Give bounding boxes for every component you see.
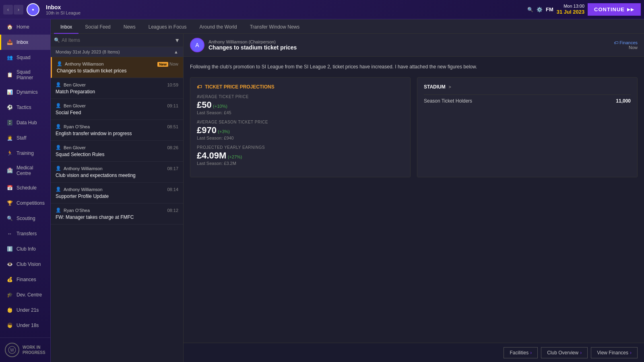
sidebar-item-competitions[interactable]: 🏆 Competitions (0, 195, 50, 211)
under-18s-icon: 👦 (6, 322, 13, 329)
scouting-icon: 🔍 (6, 215, 13, 222)
settings-icon[interactable]: ⚙️ (537, 7, 543, 12)
sender-name-4: Ryan O'Shea (64, 124, 90, 129)
inbox-title-area: Inbox 10th in SI League (43, 4, 524, 15)
sidebar-item-under-18s[interactable]: 👦 Under 18s (0, 318, 50, 333)
sidebar-item-tactics[interactable]: ⚽ Tactics (0, 100, 50, 115)
view-finances-button[interactable]: View Finances › (591, 347, 638, 358)
tab-leagues-in-focus[interactable]: Leagues in Focus (142, 21, 193, 34)
club-overview-button[interactable]: Club Overview › (541, 347, 588, 358)
dev-centre-icon: 🎓 (6, 291, 13, 298)
message-item-8[interactable]: Ryan O'Shea 08:12 FW: Manager takes char… (51, 204, 183, 224)
msg-subject-6: Club vision and expectations meeting (56, 173, 178, 178)
dev-centre-label: Dev. Centre (17, 292, 42, 298)
msg-header-3: Ben Glover 09:11 (56, 103, 178, 108)
message-item-7[interactable]: Anthony Williamson 08:14 Supporter Profi… (51, 183, 183, 204)
sender-name-8: Ryan O'Shea (64, 208, 90, 213)
msg-time-3: 09:11 (167, 103, 178, 108)
sidebar-item-dev-centre[interactable]: 🎓 Dev. Centre (0, 287, 50, 302)
sidebar-item-under-21s[interactable]: 👶 Under 21s (0, 302, 50, 318)
message-item-5[interactable]: Ben Glover 08:26 Squad Selection Rules (51, 141, 183, 162)
top-icons: 🔍 ⚙️ FM Mon 13:00 31 Jul 2023 (527, 3, 584, 16)
sidebar-item-squad-planner[interactable]: 📋 Squad Planner (0, 65, 50, 84)
nav-back-button[interactable]: ‹ (3, 5, 13, 14)
msg-header-6: Anthony Williamson 08:17 (56, 166, 178, 171)
msg-subject-8: FW: Manager takes charge at FMFC (56, 214, 178, 220)
stadium-link-arrow[interactable]: > (449, 85, 451, 89)
search-input[interactable] (62, 37, 173, 43)
sender-name-5: Ben Glover (64, 145, 86, 150)
bottom-bar: Facilities › Club Overview › View Financ… (184, 343, 644, 362)
collapse-icon[interactable]: ▲ (174, 49, 178, 54)
sidebar-item-dynamics[interactable]: 📊 Dynamics (0, 84, 50, 100)
inbox-layout: 🔍 ▼ Monday 31st July 2023 (8 Items) ▲ An… (51, 34, 644, 362)
tab-social-feed[interactable]: Social Feed (78, 21, 117, 34)
tab-around-the-world[interactable]: Around the World (193, 21, 243, 34)
home-circle-icon[interactable]: ● (27, 3, 39, 16)
msg-subject-1: Changes to stadium ticket prices (57, 68, 178, 74)
finances-icon: 💰 (6, 276, 13, 283)
sidebar-item-staff[interactable]: 🧑‍💼 Staff (0, 130, 50, 146)
msg-sender-6: Anthony Williamson (56, 166, 103, 171)
avg-season-block: AVERAGE SEASON TICKET PRICE £970 (+3%) L… (197, 120, 404, 140)
club-overview-arrow: › (580, 350, 582, 356)
sidebar-item-training[interactable]: 🏃 Training (0, 146, 50, 161)
staff-icon: 🧑‍💼 (6, 134, 13, 142)
tab-news[interactable]: News (117, 21, 142, 34)
sidebar-item-scouting[interactable]: 🔍 Scouting (0, 211, 50, 226)
message-item-2[interactable]: Ben Glover 10:59 Match Preparation (51, 78, 183, 99)
msg-header-5: Ben Glover 08:26 (56, 145, 178, 150)
sidebar-item-inbox[interactable]: 📥 Inbox (0, 35, 50, 50)
home-icon: 🏠 (6, 23, 13, 31)
medical-centre-icon: 🏥 (6, 167, 13, 174)
message-item-3[interactable]: Ben Glover 09:11 Social Feed (51, 99, 183, 120)
nav-forward-button[interactable]: › (14, 5, 23, 14)
msg-time-5: 08:26 (167, 145, 178, 150)
sidebar-item-home[interactable]: 🏠 Home (0, 19, 50, 35)
home-label: Home (17, 24, 29, 30)
avg-ticket-label: AVERAGE TICKET PRICE (197, 95, 404, 99)
facilities-button[interactable]: Facilities › (504, 347, 538, 358)
avg-ticket-value: £50 (197, 100, 212, 110)
finances-link-text: Finances (619, 40, 638, 45)
tab-transfer-window-news[interactable]: Transfer Window News (244, 21, 306, 34)
avg-season-value-row: £970 (+3%) (197, 125, 404, 136)
filter-button[interactable]: ▼ (174, 37, 180, 43)
sidebar-item-finances[interactable]: 💰 Finances (0, 272, 50, 287)
sidebar-item-squad[interactable]: 👥 Squad (0, 50, 50, 65)
message-item-1[interactable]: Anthony Williamson New Now Changes to st… (51, 57, 183, 78)
person-icon-8 (56, 208, 61, 213)
search-icon[interactable]: 🔍 (527, 7, 533, 12)
message-item-4[interactable]: Ryan O'Shea 08:51 English transfer windo… (51, 120, 183, 141)
message-item-6[interactable]: Anthony Williamson 08:17 Club vision and… (51, 162, 183, 183)
finances-link[interactable]: 🏷 Finances (614, 40, 638, 45)
avg-ticket-change: (+10%) (213, 104, 227, 109)
sidebar-item-data-hub[interactable]: 🗄️ Data Hub (0, 115, 50, 130)
inbox-subtitle: 10th in SI League (46, 10, 524, 15)
scouting-label: Scouting (17, 216, 35, 221)
sidebar: 🏠 Home 📥 Inbox 👥 Squad 📋 Squad Planner 📊… (0, 19, 51, 362)
msg-sender-4: Ryan O'Shea (56, 124, 90, 129)
main-layout: 🏠 Home 📥 Inbox 👥 Squad 📋 Squad Planner 📊… (0, 19, 644, 362)
squad-planner-label: Squad Planner (17, 69, 45, 80)
sidebar-item-club-info[interactable]: ℹ️ Club Info (0, 241, 50, 257)
msg-time-8: 08:12 (167, 208, 178, 213)
msg-subject-3: Social Feed (56, 110, 178, 115)
person-icon-2 (56, 82, 61, 87)
ticket-icon: 🏷 (197, 84, 202, 90)
sender-name-2: Ben Glover (64, 82, 86, 87)
person-icon-6 (56, 166, 61, 171)
sidebar-item-club-vision[interactable]: 👁️ Club Vision (0, 257, 50, 272)
tab-inbox[interactable]: Inbox (54, 21, 78, 34)
continue-button[interactable]: CONTINUE (588, 3, 641, 16)
sidebar-item-transfers[interactable]: ↔️ Transfers (0, 226, 50, 241)
date-full: 31 Jul 2023 (557, 9, 584, 16)
under-18s-label: Under 18s (17, 323, 39, 328)
sidebar-item-schedule[interactable]: 📅 Schedule (0, 180, 50, 195)
projected-change: (+27%) (228, 154, 242, 159)
avg-season-label: AVERAGE SEASON TICKET PRICE (197, 120, 404, 124)
sidebar-item-medical-centre[interactable]: 🏥 Medical Centre (0, 161, 50, 180)
msg-sender-7: Anthony Williamson (56, 187, 103, 192)
message-intro: Following the club's promotion to SI Lea… (190, 63, 638, 71)
msg-time-2: 10:59 (167, 82, 178, 87)
